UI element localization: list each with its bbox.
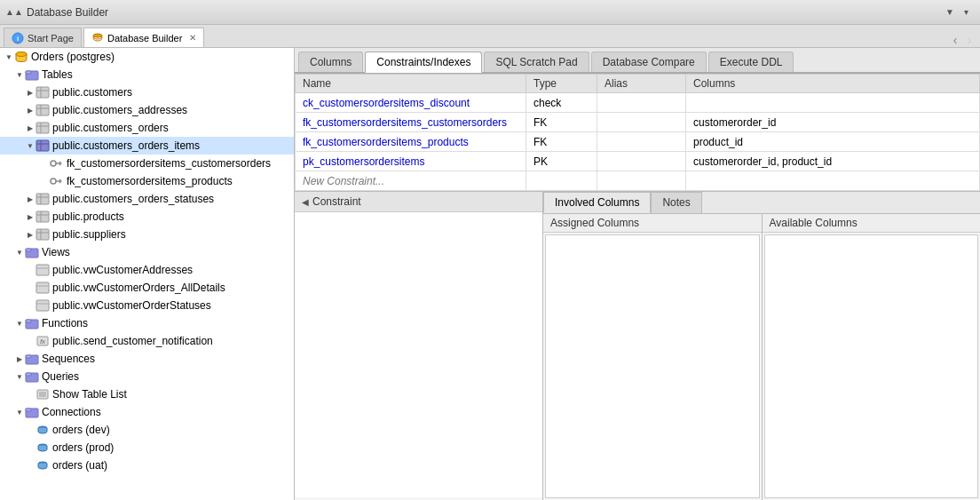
tab-constraints-indexes[interactable]: Constraints/Indexes [365, 52, 482, 73]
constraint-panel-header: ◀ Constraint [295, 192, 542, 212]
constraints-table: Name Type Alias Columns ck_customersorde… [295, 74, 980, 191]
tab-columns[interactable]: Columns [298, 52, 363, 72]
table-icon-customers-addresses [36, 103, 50, 117]
tree-arrow-public-customers[interactable]: ▶ [25, 87, 36, 98]
tree-label-vwcustomeraddresses: public.vwCustomerAddresses [52, 264, 193, 276]
tree-arrow-functions[interactable]: ▼ [14, 318, 25, 329]
tree-item-vwcustomerorders-alldetails[interactable]: ▶ public.vwCustomerOrders_AllDetails [0, 279, 294, 297]
tree-label-suppliers: public.suppliers [52, 228, 126, 241]
tree-item-orders-root[interactable]: ▼ Orders (postgres) [0, 48, 294, 66]
new-constraint-alias [597, 171, 686, 191]
constraint-row-pk[interactable]: pk_customersordersitems PK customerorder… [296, 152, 980, 171]
new-constraint-type [526, 171, 597, 191]
tree-item-customers-orders[interactable]: ▶ public.customers_orders [0, 119, 294, 137]
constraint-row-ck[interactable]: ck_customersordersitems_discount check [296, 93, 980, 113]
nav-back-button[interactable]: ‹ [948, 33, 962, 47]
nav-forward-button[interactable]: › [962, 33, 976, 47]
tree-item-suppliers[interactable]: ▶ public.suppliers [0, 226, 294, 243]
svg-rect-30 [36, 211, 49, 222]
constraint-row-fk-customersorders[interactable]: fk_customersordersitems_customersorders … [296, 113, 980, 132]
tree-item-queries[interactable]: ▼ Queries [0, 368, 294, 385]
constraint-row-fk-products[interactable]: fk_customersordersitems_products FK prod… [296, 132, 980, 152]
tree-arrow-queries[interactable]: ▼ [14, 371, 25, 382]
tree-arrow-sequences[interactable]: ▶ [14, 353, 25, 364]
tree-item-orders-uat[interactable]: ▶ orders (uat) [0, 456, 294, 474]
tree-item-tables[interactable]: ▼ Tables [0, 66, 294, 83]
tree-item-connections[interactable]: ▼ Connections [0, 403, 294, 421]
tree-item-vwcustomerorderstatuses[interactable]: ▶ public.vwCustomerOrderStatuses [0, 297, 294, 314]
tree-item-fk-customersorders[interactable]: ▶ fk_customersordersitems_customersorder… [0, 155, 294, 172]
columns-split: Assigned Columns Available Columns [543, 214, 980, 500]
table-icon-products [36, 210, 50, 224]
connections-folder-icon [25, 405, 39, 419]
func-icon-send-customer-notification: fx [36, 334, 50, 348]
tree-arrow-customers-orders-statuses[interactable]: ▶ [25, 194, 36, 204]
new-constraint-text-input[interactable] [303, 175, 518, 187]
tree-arrow-connections[interactable]: ▼ [14, 407, 25, 417]
svg-point-2 [93, 34, 102, 37]
tree-arrow-customers-orders-items[interactable]: ▼ [25, 140, 36, 151]
left-tree-panel[interactable]: ▼ Orders (postgres) ▼ Tables [0, 48, 295, 500]
tree-item-orders-prod[interactable]: ▶ orders (prod) [0, 439, 294, 456]
collapse-arrow[interactable]: ▲▲ [7, 5, 21, 20]
tree-item-fk-products[interactable]: ▶ fk_customersordersitems_products [0, 172, 294, 190]
tree-arrow-tables[interactable]: ▼ [14, 69, 25, 80]
constraint-name-ck: ck_customersordersitems_discount [296, 93, 526, 113]
tree-label-vwcustomerorders-alldetails: public.vwCustomerOrders_AllDetails [52, 282, 225, 294]
tab-notes-label: Notes [662, 196, 690, 209]
svg-rect-42 [36, 300, 49, 311]
title-bar-nav-arrows[interactable]: ▲▲ [7, 5, 21, 20]
menu-button[interactable]: ▾ [959, 5, 973, 20]
assigned-columns-label: Assigned Columns [550, 217, 639, 229]
tab-execute-ddl[interactable]: Execute DDL [708, 52, 794, 72]
tree-item-customers-orders-items[interactable]: ▼ public.customers_orders_items [0, 137, 294, 155]
new-constraint-row[interactable] [296, 171, 980, 191]
tab-start-page[interactable]: i Start Page [4, 28, 82, 47]
tab-database-builder[interactable]: Database Builder ✕ [83, 28, 204, 47]
tree-item-public-customers[interactable]: ▶ public.customers [0, 83, 294, 101]
tree-item-customers-orders-statuses[interactable]: ▶ public.customers_orders_statuses [0, 190, 294, 208]
involved-tabs: Involved Columns Notes [543, 192, 980, 214]
tree-item-customers-addresses[interactable]: ▶ public.customers_addresses [0, 101, 294, 119]
constraint-name-pk: pk_customersordersitems [296, 152, 526, 171]
new-constraint-input[interactable] [296, 171, 526, 191]
tab-sql-scratch-pad-label: SQL Scratch Pad [495, 56, 577, 68]
tree-label-tables: Tables [42, 68, 73, 81]
constraint-type-fk-products: FK [526, 132, 597, 152]
tab-close-button[interactable]: ✕ [189, 33, 196, 43]
tree-label-customers-orders-statuses: public.customers_orders_statuses [52, 193, 214, 205]
tab-database-compare[interactable]: Database Compare [591, 52, 707, 72]
fk-icon-customersorders [50, 156, 64, 171]
tree-arrow-customers-addresses[interactable]: ▶ [25, 105, 36, 115]
svg-point-19 [51, 161, 56, 166]
tree-label-sequences: Sequences [42, 353, 95, 365]
tree-item-sequences[interactable]: ▶ Sequences [0, 350, 294, 368]
tab-start-page-label: Start Page [28, 33, 74, 44]
bottom-section: ◀ Constraint Involved Columns Notes [295, 192, 980, 500]
sequences-folder-icon [25, 352, 39, 366]
tree-arrow-customers-orders[interactable]: ▶ [25, 123, 36, 133]
minimize-button[interactable]: ▼ [943, 5, 957, 20]
constraint-panel-collapse-icon[interactable]: ◀ [302, 197, 309, 207]
tree-label-customers-addresses: public.customers_addresses [52, 104, 187, 116]
tree-arrow-suppliers[interactable]: ▶ [25, 229, 36, 240]
tree-item-show-table-list[interactable]: ▶ Show Table List [0, 385, 294, 403]
constraint-columns-ck [686, 93, 980, 113]
tree-arrow-orders-root[interactable]: ▼ [4, 52, 14, 62]
tree-item-orders-dev[interactable]: ▶ orders (dev) [0, 421, 294, 439]
tree-item-vwcustomeraddresses[interactable]: ▶ public.vwCustomerAddresses [0, 261, 294, 279]
title-bar-controls[interactable]: ▼ ▾ [943, 5, 973, 20]
tab-sql-scratch-pad[interactable]: SQL Scratch Pad [484, 52, 589, 72]
available-columns-label: Available Columns [770, 217, 858, 229]
tree-label-views: Views [42, 246, 70, 258]
tree-item-functions[interactable]: ▼ Functions [0, 314, 294, 332]
tree-item-send-customer-notification[interactable]: ▶ fx public.send_customer_notification [0, 332, 294, 350]
tree-arrow-views[interactable]: ▼ [14, 247, 25, 258]
tree-item-views[interactable]: ▼ Views [0, 243, 294, 261]
tree-label-orders-root: Orders (postgres) [31, 51, 115, 63]
constraint-alias-ck [597, 93, 686, 113]
tab-notes[interactable]: Notes [651, 192, 701, 213]
tree-item-products[interactable]: ▶ public.products [0, 208, 294, 226]
tab-involved-columns[interactable]: Involved Columns [543, 192, 651, 213]
tree-arrow-products[interactable]: ▶ [25, 211, 36, 222]
